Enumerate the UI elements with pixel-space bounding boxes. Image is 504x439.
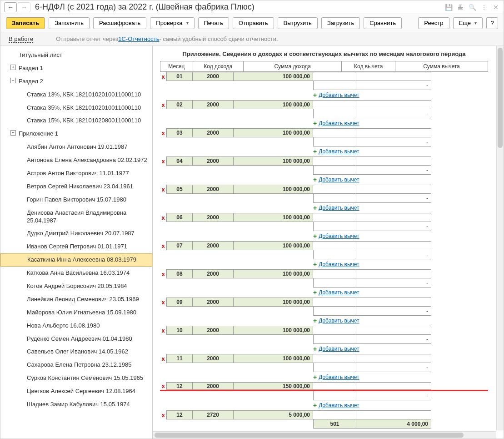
cell-month[interactable]: 07 — [166, 241, 193, 250]
cell-income-amount[interactable]: 100 000,00 — [234, 213, 313, 222]
cell-income-amount[interactable]: 100 000,00 — [234, 185, 313, 194]
cell-deduction-amount-2[interactable]: - — [356, 81, 431, 90]
cell-deduction-amount[interactable] — [356, 128, 431, 137]
horizontal-scrollbar[interactable] — [153, 431, 496, 439]
cell-income-code[interactable]: 2000 — [193, 354, 234, 363]
tree-item[interactable]: Ветров Сергей Николаевич 23.04.1961 — [0, 180, 152, 193]
tree-item[interactable]: −Раздел 2 — [0, 75, 152, 88]
cell-deduction-code[interactable] — [313, 326, 356, 335]
cell-deduction-amount[interactable] — [356, 100, 431, 109]
compare-button[interactable]: Сравнить — [364, 17, 402, 29]
delete-row-icon[interactable]: x — [160, 241, 166, 250]
add-icon[interactable]: + — [313, 120, 317, 127]
cell-deduction-amount-2[interactable]: - — [356, 391, 431, 400]
delete-row-icon[interactable]: x — [160, 354, 166, 363]
add-deduction-link[interactable]: Добавить вычет — [319, 233, 359, 239]
cell-deduction-amount-2[interactable]: - — [356, 137, 431, 146]
cell-deduction-code-2[interactable] — [313, 109, 356, 118]
cell-deduction-code-2[interactable] — [313, 137, 356, 146]
delete-row-icon[interactable]: x — [160, 326, 166, 335]
cell-income-code[interactable]: 2000 — [193, 326, 234, 335]
tree-sidebar[interactable]: Титульный лист+Раздел 1−Раздел 2Ставка 1… — [0, 46, 153, 439]
registry-button[interactable]: Реестр — [418, 17, 449, 29]
cell-income-code[interactable]: 2000 — [193, 382, 234, 390]
tree-item[interactable]: Астров Антон Викторович 11.01.1977 — [0, 167, 152, 180]
cell-deduction-amount[interactable] — [356, 410, 431, 419]
add-icon[interactable]: + — [313, 345, 317, 353]
tree-item[interactable]: Цветков Алексей Сергеевич 12.08.1964 — [0, 385, 152, 398]
cell-month[interactable]: 08 — [166, 269, 193, 278]
cell-income-amount[interactable]: 5 000,00 — [234, 410, 313, 419]
cell-income-code[interactable]: 2000 — [193, 298, 234, 307]
add-deduction-link[interactable]: Добавить вычет — [319, 261, 359, 267]
cell-deduction-code-2[interactable] — [313, 250, 356, 259]
cell-month[interactable]: 10 — [166, 326, 193, 335]
tree-item[interactable]: Ставка 35%, КБК 18210102010011000110 — [0, 101, 152, 115]
cell-deduction-code[interactable] — [313, 269, 356, 278]
cell-deduction-code[interactable] — [313, 382, 356, 390]
add-deduction-link[interactable]: Добавить вычет — [319, 402, 359, 409]
send-button[interactable]: Отправить — [233, 17, 274, 29]
cell-income-amount[interactable]: 100 000,00 — [234, 269, 313, 278]
cell-income-code[interactable]: 2000 — [193, 213, 234, 222]
add-deduction-link[interactable]: Добавить вычет — [319, 177, 359, 183]
fill-button[interactable]: Заполнить — [49, 17, 90, 29]
tree-item[interactable]: Титульный лист — [0, 49, 152, 62]
add-deduction-link[interactable]: Добавить вычет — [319, 289, 359, 296]
cell-month[interactable]: 12 — [166, 410, 193, 419]
delete-row-icon[interactable]: x — [160, 156, 166, 166]
delete-row-icon[interactable]: x — [160, 213, 166, 222]
cell-income-amount[interactable]: 100 000,00 — [234, 354, 313, 363]
tree-item[interactable]: Горин Павел Викторович 15.07.1980 — [0, 193, 152, 207]
cell-deduction-amount-2[interactable]: - — [356, 278, 431, 288]
cell-deduction-amount-2[interactable]: 4 000,00 — [356, 419, 431, 429]
cell-income-amount[interactable]: 100 000,00 — [234, 326, 313, 335]
cell-income-amount[interactable]: 150 000,00 — [234, 382, 313, 390]
cell-deduction-amount[interactable] — [356, 326, 431, 335]
tree-item[interactable]: Денисова Анастасия Владимировна 25.04.19… — [0, 207, 152, 227]
tree-item[interactable]: Антонова Елена Александровна 02.02.1972 — [0, 154, 152, 167]
cell-deduction-code[interactable] — [313, 298, 356, 307]
cell-deduction-amount-2[interactable]: - — [356, 335, 431, 344]
add-icon[interactable]: + — [313, 204, 317, 212]
add-icon[interactable]: + — [313, 91, 317, 99]
cell-deduction-code[interactable] — [313, 156, 356, 166]
cell-month[interactable]: 09 — [166, 298, 193, 307]
delete-row-icon[interactable]: x — [160, 298, 166, 307]
add-deduction-link[interactable]: Добавить вычет — [319, 120, 359, 126]
cell-deduction-amount-2[interactable]: - — [356, 363, 431, 372]
tree-item[interactable]: Каткова Анна Васильевна 16.03.1974 — [0, 267, 152, 280]
kebab-icon[interactable]: ⋮ — [480, 3, 488, 11]
add-deduction-link[interactable]: Добавить вычет — [319, 346, 359, 352]
cell-income-amount[interactable]: 100 000,00 — [234, 128, 313, 137]
cell-deduction-amount[interactable] — [356, 354, 431, 363]
status-link[interactable]: В работе — [9, 35, 33, 43]
print-button[interactable]: Печать — [198, 17, 230, 29]
tree-item[interactable]: −Приложение 1 — [0, 127, 152, 141]
cell-deduction-code[interactable] — [313, 354, 356, 363]
expand-icon[interactable]: + — [10, 65, 16, 70]
more-button[interactable]: Еще — [453, 17, 483, 29]
cell-deduction-amount[interactable] — [356, 241, 431, 250]
cell-deduction-amount[interactable] — [356, 382, 431, 390]
cell-income-amount[interactable]: 100 000,00 — [234, 241, 313, 250]
cell-income-code[interactable]: 2000 — [193, 72, 234, 81]
cell-deduction-code[interactable] — [313, 241, 356, 250]
delete-row-icon[interactable]: x — [160, 410, 166, 419]
tree-item[interactable]: Сурков Константин Семенович 15.05.1965 — [0, 372, 152, 385]
cell-deduction-amount-2[interactable]: - — [356, 250, 431, 259]
add-icon[interactable]: + — [313, 373, 317, 381]
tree-item[interactable]: Руденко Семен Андреевич 01.04.1980 — [0, 333, 152, 346]
vertical-scrollbar[interactable] — [496, 46, 504, 430]
print-icon[interactable]: 🖶 — [456, 3, 464, 11]
tree-item[interactable]: Шадиев Замир Кабулович 15.05.1974 — [0, 398, 152, 411]
cell-deduction-code-2[interactable]: 501 — [313, 419, 356, 429]
cell-income-code[interactable]: 2000 — [193, 241, 234, 250]
tree-item[interactable]: Майорова Юлия Игнатьевна 15.09.1980 — [0, 306, 152, 319]
add-deduction-link[interactable]: Добавить вычет — [319, 374, 359, 380]
cell-income-amount[interactable]: 100 000,00 — [234, 156, 313, 166]
delete-row-icon[interactable]: x — [160, 128, 166, 137]
tree-item[interactable]: Нова Альберто 16.08.1980 — [0, 319, 152, 333]
cell-income-amount[interactable]: 100 000,00 — [234, 100, 313, 109]
add-deduction-link[interactable]: Добавить вычет — [319, 318, 359, 324]
